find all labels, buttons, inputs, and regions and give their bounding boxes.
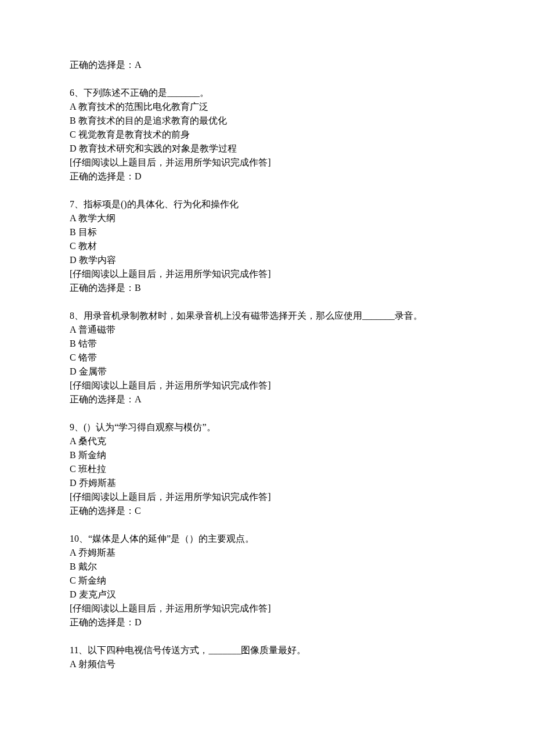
question-answer: 正确的选择是：D [70, 170, 464, 183]
question-answer: 正确的选择是：C [70, 504, 464, 518]
question-block: 7、指标项是()的具体化、行为化和操作化A 教学大纲B 目标C 教材D 教学内容… [70, 197, 464, 295]
question-instruction: [仔细阅读以上题目后，并运用所学知识完成作答] [70, 156, 464, 170]
question-instruction: [仔细阅读以上题目后，并运用所学知识完成作答] [70, 379, 464, 393]
question-block: 11、以下四种电视信号传送方式，_______图像质量最好。A 射频信号 [70, 643, 464, 671]
question-option: B 钴带 [70, 337, 464, 351]
question-option: A 射频信号 [70, 657, 464, 671]
question-option: B 戴尔 [70, 560, 464, 574]
document-page: 正确的选择是：A 6、下列陈述不正确的是_______。A 教育技术的范围比电化… [0, 0, 534, 756]
question-stem: 11、以下四种电视信号传送方式，_______图像质量最好。 [70, 643, 464, 657]
question-instruction: [仔细阅读以上题目后，并运用所学知识完成作答] [70, 602, 464, 615]
question-option: A 桑代克 [70, 434, 464, 448]
question-option: C 教材 [70, 239, 464, 253]
question-stem: 10、“媒体是人体的延伸”是（）的主要观点。 [70, 532, 464, 546]
question-option: A 教育技术的范围比电化教育广泛 [70, 100, 464, 114]
question-answer: 正确的选择是：A [70, 393, 464, 406]
question-option: D 乔姆斯基 [70, 476, 464, 490]
question-option: D 麦克卢汉 [70, 588, 464, 602]
question-block: 6、下列陈述不正确的是_______。A 教育技术的范围比电化教育广泛B 教育技… [70, 86, 464, 183]
answer-line: 正确的选择是：A [70, 58, 464, 72]
question-option: D 教育技术研究和实践的对象是教学过程 [70, 142, 464, 156]
question-block: 10、“媒体是人体的延伸”是（）的主要观点。A 乔姆斯基B 戴尔C 斯金纳D 麦… [70, 532, 464, 629]
question-block: 8、用录音机录制教材时，如果录音机上没有磁带选择开关，那么应使用_______录… [70, 309, 464, 406]
question-stem: 7、指标项是()的具体化、行为化和操作化 [70, 197, 464, 211]
questions-container: 6、下列陈述不正确的是_______。A 教育技术的范围比电化教育广泛B 教育技… [70, 86, 464, 671]
question-option: C 班杜拉 [70, 462, 464, 476]
intro-answer-block: 正确的选择是：A [70, 58, 464, 72]
question-option: D 教学内容 [70, 253, 464, 267]
question-instruction: [仔细阅读以上题目后，并运用所学知识完成作答] [70, 490, 464, 504]
question-option: A 乔姆斯基 [70, 546, 464, 560]
question-option: A 教学大纲 [70, 211, 464, 225]
question-option: C 视觉教育是教育技术的前身 [70, 128, 464, 142]
question-answer: 正确的选择是：D [70, 615, 464, 629]
question-option: C 斯金纳 [70, 574, 464, 588]
question-instruction: [仔细阅读以上题目后，并运用所学知识完成作答] [70, 267, 464, 281]
question-option: C 铬带 [70, 351, 464, 365]
question-stem: 9、(）认为“学习得自观察与模仿”。 [70, 420, 464, 434]
question-block: 9、(）认为“学习得自观察与模仿”。A 桑代克B 斯金纳C 班杜拉D 乔姆斯基[… [70, 420, 464, 518]
question-option: A 普通磁带 [70, 323, 464, 337]
question-option: B 斯金纳 [70, 448, 464, 462]
question-stem: 6、下列陈述不正确的是_______。 [70, 86, 464, 100]
question-answer: 正确的选择是：B [70, 281, 464, 295]
question-option: B 目标 [70, 225, 464, 239]
question-option: B 教育技术的目的是追求教育的最优化 [70, 114, 464, 128]
question-stem: 8、用录音机录制教材时，如果录音机上没有磁带选择开关，那么应使用_______录… [70, 309, 464, 323]
question-option: D 金属带 [70, 365, 464, 379]
